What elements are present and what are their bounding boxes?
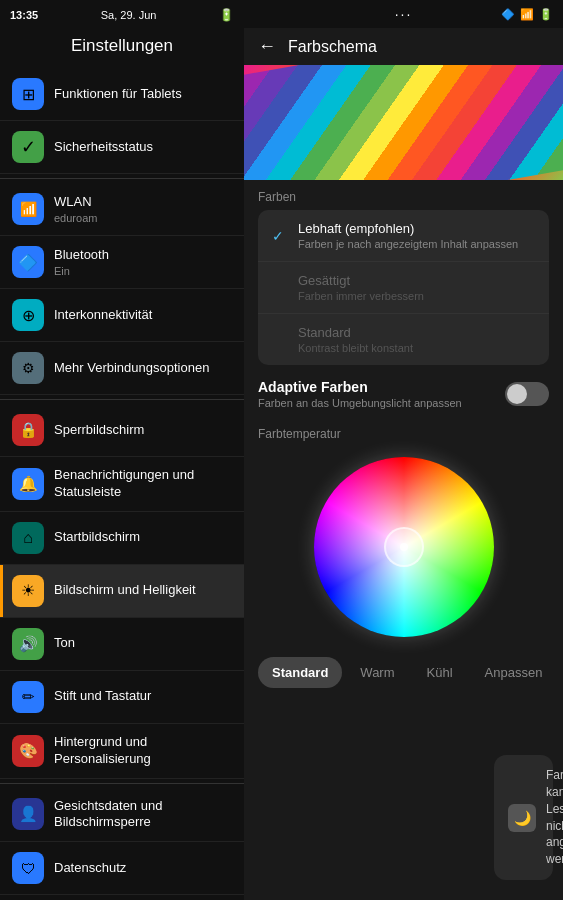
right-status-icons: 🔷 📶 🔋: [501, 8, 553, 21]
settings-item-datenschutz[interactable]: 🛡 Datenschutz: [0, 842, 244, 895]
color-options-card: ✓ Lebhaft (empfohlen) Farben je nach ang…: [258, 210, 549, 365]
pencils-art: [244, 65, 563, 180]
right-status-bar: ··· 🔷 📶 🔋: [244, 0, 563, 28]
toast: 🌙 Farbschema kann im Lesemodus nicht ang…: [494, 755, 553, 880]
benachrichtigungen-icon: 🔔: [12, 468, 44, 500]
settings-item-sperrbildschirm[interactable]: 🔒 Sperrbildschirm: [0, 404, 244, 457]
temp-btn-kuhl[interactable]: Kühl: [413, 657, 467, 688]
settings-item-apps[interactable]: ⊡ Apps: [0, 895, 244, 900]
gesichtsdaten-icon: 👤: [12, 798, 44, 830]
settings-item-interkonnektivitat[interactable]: ⊕ Interkonnektivität: [0, 289, 244, 342]
settings-item-funktionen[interactable]: ⊞ Funktionen für Tablets: [0, 68, 244, 121]
settings-item-bildschirm[interactable]: ☀ Bildschirm und Helligkeit: [0, 565, 244, 618]
wlan-sublabel: eduroam: [54, 212, 232, 224]
settings-item-sicherheit[interactable]: ✓ Sicherheitsstatus: [0, 121, 244, 174]
startbildschirm-label: Startbildschirm: [54, 529, 232, 546]
settings-item-startbildschirm[interactable]: ⌂ Startbildschirm: [0, 512, 244, 565]
sperrbildschirm-icon: 🔒: [12, 414, 44, 446]
settings-title: Einstellungen: [0, 28, 244, 68]
ton-icon: 🔊: [12, 628, 44, 660]
temp-btn-warm[interactable]: Warm: [346, 657, 408, 688]
option-lebhaft[interactable]: ✓ Lebhaft (empfohlen) Farben je nach ang…: [258, 210, 549, 262]
temp-btn-standard[interactable]: Standard: [258, 657, 342, 688]
gesattigt-desc: Farben immer verbessern: [298, 290, 535, 302]
lebhaft-desc: Farben je nach angezeigtem Inhalt anpass…: [298, 238, 535, 250]
bluetooth-status-icon: 🔷: [501, 8, 515, 21]
color-wheel[interactable]: [314, 457, 494, 637]
funktionen-label: Funktionen für Tablets: [54, 86, 232, 103]
settings-item-wlan[interactable]: 📶 WLAN eduroam: [0, 183, 244, 236]
gesattigt-title: Gesättigt: [298, 273, 535, 288]
color-wheel-center[interactable]: [384, 527, 424, 567]
gesichtsdaten-label: Gesichtsdaten und Bildschirmsperre: [54, 798, 232, 832]
wlan-label: WLAN: [54, 194, 232, 211]
status-bar: 13:35 Sa, 29. Jun 🔋: [0, 0, 244, 28]
sperrbildschirm-label: Sperrbildschirm: [54, 422, 232, 439]
sicherheit-label: Sicherheitsstatus: [54, 139, 232, 156]
farben-label: Farben: [258, 180, 549, 210]
interkonnektivitat-label: Interkonnektivität: [54, 307, 232, 324]
bluetooth-sublabel: Ein: [54, 265, 232, 277]
hintergrund-label: Hintergrund und Personalisierung: [54, 734, 232, 768]
adaptive-row: Adaptive Farben Farben an das Umgebungsl…: [258, 367, 549, 417]
lebhaft-title: Lebhaft (empfohlen): [298, 221, 535, 236]
right-header: ← Farbschema: [244, 28, 563, 65]
temp-buttons: Standard Warm Kühl Anpassen: [258, 647, 549, 696]
toggle-knob: [507, 384, 527, 404]
adaptive-title: Adaptive Farben: [258, 379, 505, 395]
farbschema-title: Farbschema: [288, 38, 377, 56]
check-icon-lebhaft: ✓: [272, 228, 288, 244]
more-dots-icon[interactable]: ···: [395, 6, 413, 22]
settings-item-ton[interactable]: 🔊 Ton: [0, 618, 244, 671]
option-gesattigt[interactable]: Gesättigt Farben immer verbessern: [258, 262, 549, 314]
battery-icon: 🔋: [219, 8, 234, 22]
datenschutz-icon: 🛡: [12, 852, 44, 884]
interkonnektivitat-icon: ⊕: [12, 299, 44, 331]
standard-desc: Kontrast bleibt konstant: [298, 342, 535, 354]
benachrichtigungen-label: Benachrichtigungen und Statusleiste: [54, 467, 232, 501]
standard-title: Standard: [298, 325, 535, 340]
adaptive-desc: Farben an das Umgebungslicht anpassen: [258, 397, 505, 409]
status-icons: 🔋: [219, 8, 234, 22]
wlan-icon: 📶: [12, 193, 44, 225]
datenschutz-label: Datenschutz: [54, 860, 232, 877]
toast-text: Farbschema kann im Lesemodus nicht angep…: [546, 767, 563, 868]
farbtemperatur-label: Farbtemperatur: [258, 417, 549, 447]
color-image: [244, 65, 563, 180]
stift-label: Stift und Tastatur: [54, 688, 232, 705]
settings-item-stift[interactable]: ✏ Stift und Tastatur: [0, 671, 244, 724]
status-date: Sa, 29. Jun: [101, 9, 157, 21]
settings-item-benachrichtigungen[interactable]: 🔔 Benachrichtigungen und Statusleiste: [0, 457, 244, 512]
divider-1: [0, 178, 244, 179]
settings-item-verbindungsoptionen[interactable]: ⚙ Mehr Verbindungsoptionen: [0, 342, 244, 395]
right-panel: ··· 🔷 📶 🔋 ← Farbschema Farben ✓ Lebhaft …: [244, 0, 563, 900]
bluetooth-icon: 🔷: [12, 246, 44, 278]
startbildschirm-icon: ⌂: [12, 522, 44, 554]
adaptive-toggle[interactable]: [505, 382, 549, 406]
stift-icon: ✏: [12, 681, 44, 713]
verbindungsoptionen-label: Mehr Verbindungsoptionen: [54, 360, 232, 377]
bluetooth-label: Bluetooth: [54, 247, 232, 264]
settings-list: ⊞ Funktionen für Tablets ✓ Sicherheitsst…: [0, 68, 244, 900]
back-button[interactable]: ←: [258, 36, 276, 57]
temp-btn-anpassen[interactable]: Anpassen: [471, 657, 557, 688]
battery-status-icon: 🔋: [539, 8, 553, 21]
divider-2: [0, 399, 244, 400]
left-panel: 13:35 Sa, 29. Jun 🔋 Einstellungen ⊞ Funk…: [0, 0, 244, 900]
toast-icon: 🌙: [508, 804, 536, 832]
color-wheel-container: [258, 447, 549, 647]
funktionen-icon: ⊞: [12, 78, 44, 110]
settings-item-hintergrund[interactable]: 🎨 Hintergrund und Personalisierung: [0, 724, 244, 779]
wheel-dot: [400, 543, 408, 551]
bildschirm-label: Bildschirm und Helligkeit: [54, 582, 232, 599]
bildschirm-icon: ☀: [12, 575, 44, 607]
option-standard-color[interactable]: Standard Kontrast bleibt konstant: [258, 314, 549, 365]
ton-label: Ton: [54, 635, 232, 652]
verbindungsoptionen-icon: ⚙: [12, 352, 44, 384]
status-time: 13:35: [10, 9, 38, 21]
settings-item-gesichtsdaten[interactable]: 👤 Gesichtsdaten und Bildschirmsperre: [0, 788, 244, 843]
hintergrund-icon: 🎨: [12, 735, 44, 767]
settings-item-bluetooth[interactable]: 🔷 Bluetooth Ein: [0, 236, 244, 289]
sicherheit-icon: ✓: [12, 131, 44, 163]
wifi-status-icon: 📶: [520, 8, 534, 21]
